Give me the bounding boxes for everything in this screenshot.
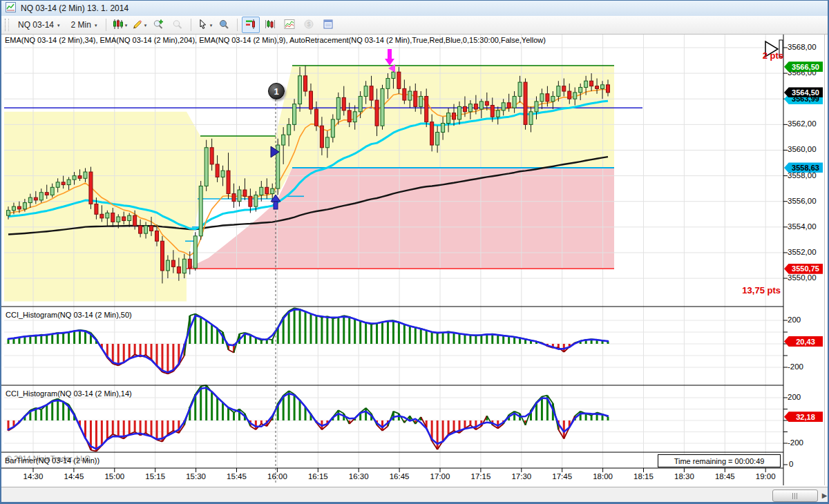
time-axis-label: 18:30 — [667, 472, 701, 481]
time-axis-label: 16:00 — [260, 472, 294, 481]
time-remaining-box: Time remaining = 00:00:49 — [658, 454, 781, 467]
time-axis-label: 16:30 — [341, 472, 376, 481]
time-axis-label: 17:45 — [545, 472, 580, 481]
toolbar-grip[interactable] — [5, 19, 9, 31]
candlestick-icon — [113, 19, 124, 32]
bars-panel-button[interactable] — [261, 17, 279, 33]
window-chart-icon — [6, 2, 16, 14]
price-axis-label: 3552,00 — [788, 248, 817, 256]
cci50-axis-label: 200 — [788, 316, 801, 324]
main-price-marker: 3550,75 — [784, 264, 823, 274]
bars-panel-icon — [265, 19, 276, 32]
cci50-indicator-label: CCI_Histogram(NQ 03-14 (2 Min),50) — [6, 311, 132, 319]
time-axis-label: 15:00 — [97, 472, 132, 481]
chevron-down-icon: ▾ — [125, 23, 128, 28]
account-dollar-button[interactable]: $ — [300, 17, 318, 33]
time-axis-label: 16:15 — [301, 472, 335, 481]
horizontal-scrollbar[interactable]: ▶ — [1, 487, 828, 503]
bartimer-indicator-label: BarTimer(NQ 03-14 (2 Min)) — [5, 456, 99, 465]
cci50-axis-label: -200 — [788, 362, 803, 371]
time-axis-label: 19:00 — [748, 472, 783, 481]
price-axis-label: 3562,00 — [788, 119, 817, 128]
cci14-indicator-label: CCI_Histogram(NQ 03-14 (2 Min),14) — [6, 389, 132, 398]
toolbar-separator — [106, 19, 106, 31]
main-price-marker: 3558,63 — [784, 162, 823, 173]
cursor-mode-button[interactable]: ▾ — [196, 17, 213, 33]
instrument-selector[interactable]: NQ 03-14 ▾ — [13, 18, 65, 32]
ninjatrader-chart-window: NQ 03-14 (2 Min) 13. 1. 2014 NQ 03-14 ▾ … — [0, 0, 829, 504]
properties-button[interactable] — [319, 17, 337, 33]
data-box-button[interactable] — [215, 17, 233, 33]
drawing-tools-button[interactable]: ▾ — [130, 17, 148, 33]
time-axis-label: 17:00 — [423, 472, 457, 481]
time-axis-label: 15:30 — [179, 472, 213, 481]
price-axis-label: 3556,00 — [788, 197, 817, 205]
time-axis-label: 18:15 — [627, 472, 661, 481]
main-price-marker: 3566,50 — [784, 61, 823, 72]
chart-style-button[interactable]: ▾ — [111, 17, 128, 33]
interval-selector[interactable]: 2 Min ▾ — [66, 18, 102, 32]
scrollbar-right-arrow-icon[interactable]: ▶ — [820, 490, 829, 500]
chart-trader-button[interactable] — [242, 17, 260, 33]
time-axis-label: 18:45 — [707, 472, 742, 481]
chevron-down-icon: ▾ — [95, 23, 97, 28]
main-indicator-label: EMA(NQ 03-14 (2 Min),34), EMA(NQ 03-14 (… — [5, 36, 546, 44]
cci14-axis-label: -200 — [788, 438, 803, 447]
window-title: NQ 03-14 (2 Min) 13. 1. 2014 — [21, 3, 128, 13]
svg-text:$: $ — [307, 21, 311, 28]
price-axis-label: 3554,00 — [788, 222, 817, 231]
time-axis-label: 14:45 — [57, 472, 91, 481]
chevron-down-icon: ▾ — [144, 23, 147, 28]
time-axis-label: 18:00 — [586, 472, 620, 481]
chevron-down-icon: ▾ — [57, 23, 60, 28]
scrollbar-thumb[interactable] — [772, 490, 818, 502]
axis-right-edge — [824, 34, 825, 485]
pencil-icon — [132, 19, 143, 32]
zoom-out-button[interactable] — [169, 17, 187, 33]
toolbar: NQ 03-14 ▾ 2 Min ▾ ▾ ▾ ▾ — [1, 16, 828, 35]
chart-trader-icon — [245, 19, 256, 32]
chevron-down-icon: ▾ — [210, 23, 213, 28]
toolbar-separator — [191, 19, 191, 31]
properties-icon — [323, 19, 334, 32]
line-chart-button[interactable] — [280, 17, 298, 33]
time-axis-label: 16:45 — [382, 472, 417, 481]
cci50-price-marker: 20,43 — [784, 336, 823, 347]
zoom-in-icon — [153, 19, 164, 32]
chart-plot-area[interactable] — [1, 1, 829, 504]
bartimer-axis-zero: 0 — [789, 460, 793, 468]
cci14-axis-label: 200 — [788, 393, 801, 401]
price-axis-label: 3550,00 — [788, 273, 817, 282]
price-axis-label: 3560,00 — [788, 145, 817, 153]
cursor-icon — [198, 19, 209, 32]
main-price-marker: 3564,50 — [784, 87, 823, 97]
time-axis-label: 17:30 — [504, 472, 539, 481]
time-axis-label: 15:45 — [220, 472, 254, 481]
zoom-in-button[interactable] — [149, 17, 167, 33]
title-bar[interactable]: NQ 03-14 (2 Min) 13. 1. 2014 — [1, 1, 828, 16]
cci14-price-marker: 32,18 — [784, 411, 823, 422]
points-label-top: 2 pts — [747, 50, 783, 61]
time-axis-label: 14:30 — [16, 472, 50, 481]
time-axis-label: 17:15 — [464, 472, 498, 481]
magnifier-icon — [218, 19, 229, 32]
dollar-icon: $ — [303, 19, 314, 32]
zoom-out-icon — [172, 19, 183, 32]
points-label-bottom: 13,75 pts — [725, 285, 781, 295]
line-chart-icon — [284, 19, 295, 32]
price-axis-label: 3568,00 — [788, 43, 817, 51]
time-axis-label: 15:15 — [138, 472, 173, 481]
trade-number-badge: 1 — [268, 83, 285, 99]
toolbar-separator — [237, 19, 238, 31]
